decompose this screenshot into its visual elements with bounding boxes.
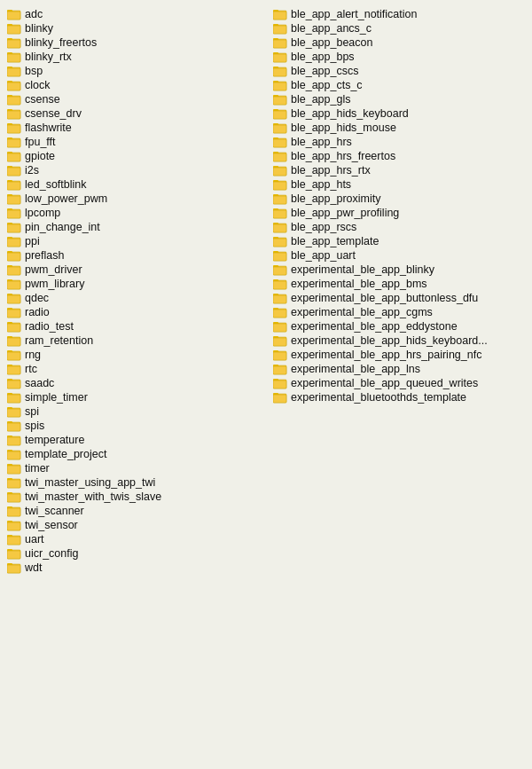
svg-rect-113: [7, 537, 20, 545]
svg-rect-29: [7, 139, 20, 147]
folder-label: ble_app_pwr_profiling: [291, 207, 399, 219]
list-item[interactable]: wdt: [4, 561, 270, 575]
list-item[interactable]: ram_retention: [4, 333, 270, 348]
list-item[interactable]: spi: [4, 404, 270, 419]
folder-icon: [273, 263, 287, 276]
folder-icon: [7, 490, 21, 503]
list-item[interactable]: experimental_ble_app_buttonless_dfu: [270, 291, 532, 305]
folder-icon: [273, 107, 287, 120]
folder-label: spi: [25, 405, 39, 418]
folder-label: pwm_driver: [25, 263, 82, 276]
svg-rect-23: [7, 111, 20, 119]
list-item[interactable]: experimental_ble_app_queued_writes: [270, 376, 532, 390]
svg-rect-71: [7, 338, 20, 346]
list-item[interactable]: csense: [4, 92, 270, 106]
svg-rect-182: [273, 295, 286, 303]
list-item[interactable]: flashwrite: [4, 121, 270, 135]
list-item[interactable]: preflash: [4, 248, 270, 263]
list-item[interactable]: gpiote: [4, 149, 270, 163]
list-item[interactable]: ble_app_gls: [270, 92, 532, 106]
list-item[interactable]: experimental_ble_app_eddystone: [270, 319, 532, 333]
list-item[interactable]: adc: [4, 7, 270, 21]
list-item[interactable]: ble_app_alert_notification: [270, 7, 532, 21]
list-item[interactable]: csense_drv: [4, 106, 270, 121]
list-item[interactable]: ble_app_uart: [270, 248, 532, 263]
list-item[interactable]: ble_app_ancs_c: [270, 21, 532, 35]
list-item[interactable]: ble_app_bps: [270, 50, 532, 64]
list-item[interactable]: lpcomp: [4, 206, 270, 220]
list-item[interactable]: ble_app_hrs: [270, 135, 532, 149]
list-item[interactable]: clock: [4, 78, 270, 92]
folder-icon: [273, 136, 287, 148]
list-item[interactable]: fpu_fft: [4, 135, 270, 149]
folder-icon: [7, 93, 21, 106]
list-item[interactable]: twi_scanner: [4, 504, 270, 518]
list-item[interactable]: saadc: [4, 376, 270, 390]
folder-icon: [273, 51, 287, 63]
svg-rect-203: [273, 395, 286, 403]
list-item[interactable]: ble_app_hrs_freertos: [270, 149, 532, 163]
list-item[interactable]: ble_app_hrs_rtx: [270, 163, 532, 177]
list-item[interactable]: twi_master_using_app_twi: [4, 475, 270, 490]
folder-icon: [273, 363, 287, 375]
list-item[interactable]: ble_app_hts: [270, 177, 532, 192]
list-item[interactable]: led_softblink: [4, 177, 270, 192]
list-item[interactable]: experimental_ble_app_cgms: [270, 305, 532, 319]
list-item[interactable]: radio: [4, 305, 270, 319]
list-item[interactable]: twi_master_with_twis_slave: [4, 490, 270, 504]
list-item[interactable]: rng: [4, 348, 270, 362]
list-item[interactable]: ble_app_proximity: [270, 192, 532, 206]
list-item[interactable]: experimental_bluetoothds_template: [270, 390, 532, 404]
folder-icon: [273, 334, 287, 347]
list-item[interactable]: ppi: [4, 234, 270, 248]
list-item[interactable]: pwm_driver: [4, 263, 270, 277]
list-item[interactable]: twi_sensor: [4, 518, 270, 532]
list-item[interactable]: ble_app_rscs: [270, 220, 532, 234]
folder-icon: [273, 192, 287, 205]
list-item[interactable]: temperature: [4, 433, 270, 447]
list-item[interactable]: simple_timer: [4, 390, 270, 404]
folder-label: rtc: [25, 363, 37, 375]
list-item[interactable]: ble_app_pwr_profiling: [270, 206, 532, 220]
list-item[interactable]: radio_test: [4, 319, 270, 333]
svg-rect-101: [7, 480, 20, 488]
list-item[interactable]: experimental_ble_app_hids_keyboard...: [270, 333, 532, 348]
folder-label: led_softblink: [25, 178, 87, 191]
folder-icon: [7, 448, 21, 460]
list-item[interactable]: uicr_config: [4, 546, 270, 561]
list-item[interactable]: rtc: [4, 362, 270, 376]
list-item[interactable]: template_project: [4, 447, 270, 461]
list-item[interactable]: experimental_ble_app_bms: [270, 277, 532, 291]
list-item[interactable]: low_power_pwm: [4, 192, 270, 206]
list-item[interactable]: experimental_ble_app_lns: [270, 362, 532, 376]
svg-rect-104: [7, 494, 20, 502]
folder-label: flashwrite: [25, 122, 72, 134]
list-item[interactable]: i2s: [4, 163, 270, 177]
list-item[interactable]: ble_app_hids_mouse: [270, 121, 532, 135]
list-item[interactable]: blinky_freertos: [4, 35, 270, 50]
list-item[interactable]: timer: [4, 461, 270, 475]
folder-icon: [273, 36, 287, 49]
list-item[interactable]: bsp: [4, 64, 270, 78]
list-item[interactable]: ble_app_hids_keyboard: [270, 106, 532, 121]
svg-rect-173: [273, 253, 286, 261]
list-item[interactable]: experimental_ble_app_hrs_pairing_nfc: [270, 348, 532, 362]
list-item[interactable]: ble_app_template: [270, 234, 532, 248]
list-item[interactable]: ble_app_cscs: [270, 64, 532, 78]
list-item[interactable]: pwm_library: [4, 277, 270, 291]
list-item[interactable]: experimental_ble_app_blinky: [270, 263, 532, 277]
folder-icon: [273, 249, 287, 262]
folder-icon: [273, 65, 287, 77]
list-item[interactable]: blinky_rtx: [4, 50, 270, 64]
list-item[interactable]: pin_change_int: [4, 220, 270, 234]
list-item[interactable]: ble_app_cts_c: [270, 78, 532, 92]
list-item[interactable]: blinky: [4, 21, 270, 35]
list-item[interactable]: uart: [4, 532, 270, 546]
folder-label: simple_timer: [25, 391, 88, 404]
svg-rect-80: [7, 381, 20, 388]
list-item[interactable]: ble_app_beacon: [270, 35, 532, 50]
svg-rect-149: [273, 139, 286, 147]
list-item[interactable]: spis: [4, 419, 270, 433]
folder-icon: [273, 391, 287, 404]
list-item[interactable]: qdec: [4, 291, 270, 305]
